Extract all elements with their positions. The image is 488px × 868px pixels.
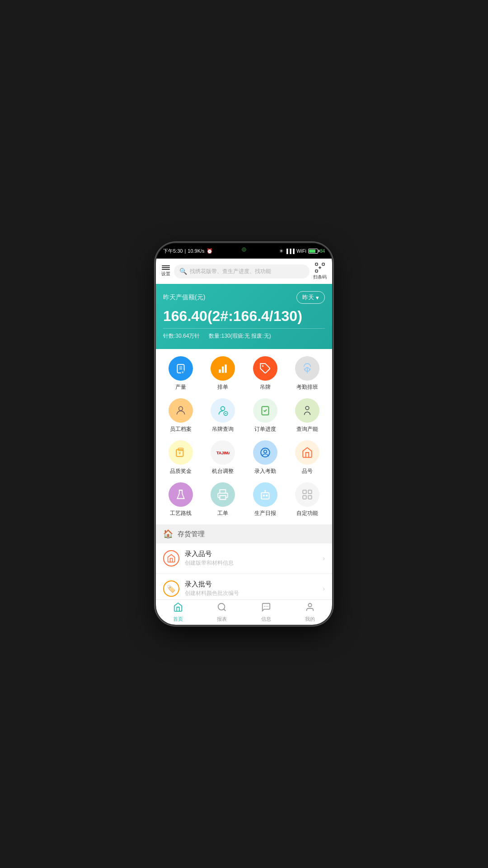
banner-main-value: 166.40(2#:166.4/130)	[163, 307, 325, 325]
menu-icon-line2	[162, 267, 170, 268]
svg-rect-2	[315, 270, 318, 272]
search-bar[interactable]: 🔍 找绣花版带、查生产进度、找功能	[174, 264, 310, 278]
status-right: ✳ ▐▐▐ WiFi 84	[279, 248, 325, 254]
grid-item-4[interactable]: 员工档案	[160, 398, 202, 433]
product-number-arrow: ›	[323, 555, 325, 562]
svg-point-20	[305, 406, 309, 410]
nav-message[interactable]: 信息	[244, 602, 288, 623]
svg-rect-1	[322, 263, 324, 265]
menu-icon-line1	[162, 265, 170, 266]
icon-label-0: 产量	[175, 383, 186, 391]
svg-rect-10	[219, 370, 221, 373]
grid-item-12[interactable]: 工艺路线	[160, 482, 202, 517]
stat-quantity: 数量:130(瑕疵:无 报废:无)	[209, 332, 271, 340]
svg-point-26	[264, 450, 267, 453]
grid-item-14[interactable]: 生产日报	[244, 482, 286, 517]
report-nav-icon	[217, 602, 227, 614]
svg-rect-28	[220, 496, 226, 500]
svg-point-31	[266, 495, 267, 496]
grid-item-13[interactable]: 工单	[202, 482, 244, 517]
icon-label-15: 自定功能	[296, 509, 318, 517]
icon-circle-6	[253, 398, 277, 423]
alarm-icon: ⏰	[206, 248, 213, 254]
icon-label-13: 工单	[217, 509, 228, 517]
svg-point-16	[221, 407, 225, 411]
icon-circle-10	[253, 440, 277, 465]
svg-rect-0	[315, 263, 318, 265]
svg-rect-36	[303, 496, 307, 500]
grid-item-10[interactable]: 录入考勤	[244, 440, 286, 475]
nav-profile[interactable]: 我的	[288, 602, 333, 623]
icon-label-7: 查询产能	[296, 425, 318, 433]
speed: |	[184, 248, 186, 254]
bottom-nav: 首页 报表 信息	[156, 599, 332, 625]
grid-item-6[interactable]: 订单进度	[244, 398, 286, 433]
section-inventory-icon: 🏠	[163, 529, 173, 539]
icon-label-3: 考勤排班	[296, 383, 318, 391]
battery-icon	[308, 249, 318, 254]
svg-point-38	[218, 604, 225, 610]
icon-label-4: 员工档案	[170, 425, 192, 433]
search-placeholder: 找绣花版带、查生产进度、找功能	[190, 268, 271, 275]
wifi-icon: WiFi	[296, 248, 306, 254]
grid-item-9[interactable]: TAJIMA 机台调整	[202, 440, 244, 475]
nav-report[interactable]: 报表	[200, 602, 244, 623]
batch-number-title: 录入批号	[185, 580, 323, 589]
sale-tag-icon: 🏷️	[167, 585, 176, 593]
list-item-product-number[interactable]: 录入品号 创建版带和材料信息 ›	[156, 543, 332, 574]
svg-line-39	[224, 609, 226, 611]
notch	[217, 243, 271, 256]
grid-item-11[interactable]: 品号	[286, 440, 329, 475]
svg-rect-11	[222, 367, 224, 373]
svg-rect-35	[308, 491, 312, 494]
svg-rect-29	[261, 493, 269, 499]
scan-button[interactable]: 扫条码	[313, 262, 327, 280]
icon-label-5: 吊牌查询	[212, 425, 234, 433]
section-inventory: 🏠 存货管理	[156, 524, 332, 543]
batch-number-arrow: ›	[323, 585, 325, 592]
section-inventory-label: 存货管理	[178, 530, 205, 538]
battery-level: 84	[320, 249, 325, 254]
icon-label-10: 录入考勤	[254, 467, 276, 475]
status-bar: 下午5:30 | 10.9K/s ⏰ ✳ ▐▐▐ WiFi 84	[156, 243, 332, 259]
icon-circle-12	[169, 482, 193, 507]
batch-number-icon: 🏷️	[163, 580, 179, 597]
icon-label-8: 品质奖金	[170, 467, 192, 475]
message-nav-icon	[261, 602, 271, 614]
svg-rect-34	[303, 491, 307, 494]
grid-item-5[interactable]: 吊牌查询	[202, 398, 244, 433]
grid-item-3[interactable]: 考勤排班	[286, 356, 329, 391]
grid-item-8[interactable]: ¥ 品质奖金	[160, 440, 202, 475]
svg-point-42	[267, 606, 268, 607]
grid-item-15[interactable]: 自定功能	[286, 482, 329, 517]
banner-divider	[163, 328, 325, 329]
batch-number-desc: 创建材料颜色批次编号	[185, 590, 323, 597]
icon-label-1: 排单	[217, 383, 228, 391]
grid-item-1[interactable]: 排单	[202, 356, 244, 391]
svg-point-33	[264, 490, 266, 491]
list-item-batch-number[interactable]: 🏷️ 录入批号 创建材料颜色批次编号 ›	[156, 574, 332, 599]
camera	[242, 247, 246, 252]
grid-item-7[interactable]: 查询产能	[286, 398, 329, 433]
svg-rect-37	[308, 496, 312, 500]
filter-label: 昨天	[302, 293, 314, 302]
svg-point-40	[264, 606, 265, 607]
icon-circle-4	[169, 398, 193, 423]
home-nav-icon	[173, 602, 183, 614]
grid-item-2[interactable]: 吊牌	[244, 356, 286, 391]
icon-label-12: 工艺路线	[170, 509, 192, 517]
settings-button[interactable]: 设置	[161, 265, 170, 277]
batch-number-content: 录入批号 创建材料颜色批次编号	[185, 580, 323, 597]
status-left: 下午5:30 | 10.9K/s ⏰	[163, 248, 213, 255]
svg-text:¥: ¥	[178, 451, 181, 456]
screen: 设置 🔍 找绣花版带、查生产进度、找功能 扫条码	[156, 259, 332, 599]
icon-label-9: 机台调整	[212, 467, 234, 475]
product-number-icon	[163, 550, 179, 566]
dashboard-banner: 昨天产值额(元) 昨天 ▾ 166.40(2#:166.4/130) 针数:30…	[156, 284, 332, 349]
product-number-content: 录入品号 创建版带和材料信息	[185, 550, 323, 567]
banner-filter-button[interactable]: 昨天 ▾	[296, 291, 325, 304]
scan-label: 扫条码	[313, 274, 327, 280]
grid-item-0[interactable]: ¥ 产量	[160, 356, 202, 391]
nav-home[interactable]: 首页	[156, 602, 200, 623]
icon-label-11: 品号	[302, 467, 313, 475]
